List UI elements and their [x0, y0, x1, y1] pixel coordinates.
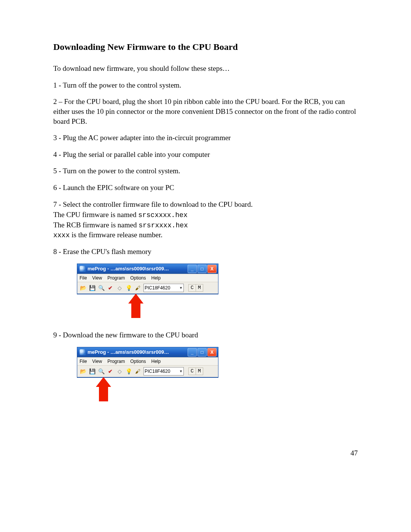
program-icon[interactable]: 🖌 [134, 368, 141, 375]
step-2: 2 – For the CPU board, plug the short 10… [53, 97, 358, 126]
menu-file[interactable]: File [80, 275, 87, 281]
erase-icon[interactable]: ◇ [116, 284, 123, 291]
device-value: PIC18F4620 [145, 369, 170, 374]
menu-program[interactable]: Program [107, 275, 125, 281]
step-5: 5 - Turn on the power to the control sys… [53, 166, 358, 176]
cm-group: C M [188, 367, 203, 375]
device-value: PIC18F4620 [145, 285, 170, 291]
inspect-icon[interactable]: 🔍 [98, 284, 105, 291]
maximize-button[interactable]: □ [198, 265, 207, 273]
m-button[interactable]: M [196, 368, 203, 375]
close-button[interactable]: X [207, 265, 217, 273]
step-7a-text: The CPU firmware is named [53, 211, 138, 219]
cm-group: C M [188, 284, 203, 292]
menu-view[interactable]: View [92, 359, 102, 364]
open-icon[interactable]: 📂 [80, 284, 86, 291]
app-icon [80, 266, 86, 272]
menu-help[interactable]: Help [151, 275, 161, 281]
c-button[interactable]: C [189, 284, 196, 291]
erase-icon[interactable]: ◇ [116, 368, 123, 375]
menubar: File View Program Options Help [77, 274, 218, 282]
step-7a: The CPU firmware is named srscxxxx.hex [53, 210, 358, 220]
page-number: 47 [350, 449, 358, 457]
step-7c-text: is the firmware release number. [70, 231, 162, 239]
release-placeholder: xxxx [53, 232, 70, 239]
chevron-down-icon: ▼ [179, 286, 183, 290]
open-icon[interactable]: 📂 [80, 368, 86, 375]
minimize-button[interactable]: _ [188, 265, 197, 273]
step-3: 3 - Plug the AC power adapter into the i… [53, 133, 358, 143]
bulb-icon[interactable]: 💡 [125, 284, 132, 291]
save-icon[interactable]: 💾 [89, 284, 96, 291]
bulb-icon[interactable]: 💡 [125, 368, 132, 375]
page-heading: Downloading New Firmware to the CPU Boar… [53, 42, 358, 52]
m-button[interactable]: M [196, 284, 203, 291]
step-7: 7 - Select the controller firmware file … [53, 200, 358, 209]
minimize-button[interactable]: _ [188, 348, 197, 356]
menu-help[interactable]: Help [151, 359, 161, 364]
menu-view[interactable]: View [92, 275, 102, 281]
intro-text: To download new firmware, you should fol… [53, 64, 358, 73]
pointer-arrow-icon [96, 377, 111, 401]
verify-icon[interactable]: ✔ [107, 284, 114, 291]
step-4: 4 - Plug the serial or parallel cable in… [53, 150, 358, 160]
app-icon [80, 349, 86, 355]
screenshot-erase: meProg - …ams\srs0090\srsr009… _ □ X Fil… [77, 264, 358, 319]
toolbar: 📂 💾 🔍 ✔ ◇ 💡 🖌 PIC18F4620 ▼ C M [77, 282, 218, 294]
step-8: 8 - Erase the CPU's flash memory [53, 247, 358, 257]
screenshot-download: meProg - …ams\srs0090\srsr009… _ □ X Fil… [77, 347, 358, 402]
rcb-firmware-name: srsrxxxx.hex [139, 222, 188, 229]
maximize-button[interactable]: □ [198, 348, 207, 356]
pointer-arrow-icon [128, 294, 143, 318]
step-1: 1 - Turn off the power to the control sy… [53, 80, 358, 90]
chevron-down-icon: ▼ [179, 369, 183, 373]
menu-file[interactable]: File [80, 359, 87, 364]
step-7c: xxxx is the firmware release number. [53, 230, 358, 240]
inspect-icon[interactable]: 🔍 [98, 368, 105, 375]
window-title: meProg - …ams\srs0090\srsr009… [88, 266, 188, 272]
titlebar: meProg - …ams\srs0090\srsr009… _ □ X [77, 347, 218, 357]
verify-icon[interactable]: ✔ [107, 368, 114, 375]
step-6: 6 - Launch the EPIC software on your PC [53, 183, 358, 193]
menu-options[interactable]: Options [130, 359, 146, 364]
close-button[interactable]: X [207, 348, 217, 356]
save-icon[interactable]: 💾 [89, 368, 96, 375]
app-window: meProg - …ams\srs0090\srsr009… _ □ X Fil… [77, 264, 218, 294]
menu-options[interactable]: Options [130, 275, 146, 281]
cpu-firmware-name: srscxxxx.hex [138, 211, 188, 219]
step-7b: The RCB firmware is named srsrxxxx.hex [53, 220, 358, 230]
window-title: meProg - …ams\srs0090\srsr009… [88, 349, 188, 355]
menubar: File View Program Options Help [77, 357, 218, 366]
menu-program[interactable]: Program [107, 359, 125, 364]
step-7b-text: The RCB firmware is named [53, 221, 139, 229]
c-button[interactable]: C [189, 368, 196, 375]
device-select[interactable]: PIC18F4620 ▼ [143, 284, 184, 292]
step-9: 9 - Download the new firmware to the CPU… [53, 330, 358, 340]
toolbar: 📂 💾 🔍 ✔ ◇ 💡 🖌 PIC18F4620 ▼ C M [77, 366, 218, 377]
titlebar: meProg - …ams\srs0090\srsr009… _ □ X [77, 264, 218, 274]
program-icon[interactable]: 🖌 [134, 284, 141, 291]
device-select[interactable]: PIC18F4620 ▼ [143, 367, 184, 375]
app-window: meProg - …ams\srs0090\srsr009… _ □ X Fil… [77, 347, 218, 378]
